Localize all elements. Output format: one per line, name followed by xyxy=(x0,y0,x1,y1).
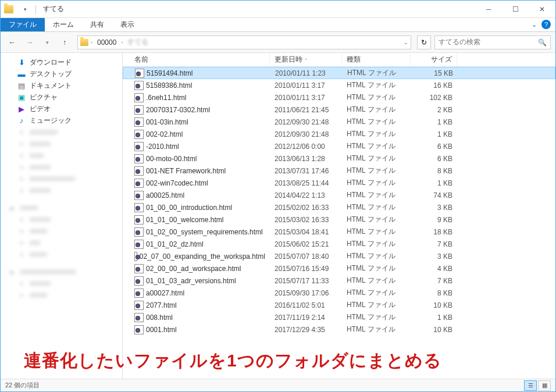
file-row[interactable]: a00027.html2015/09/30 17:06HTML ファイル8 KB xyxy=(123,287,555,299)
refresh-button[interactable]: ↻ xyxy=(417,35,431,49)
breadcrumb[interactable]: 00000 xyxy=(95,38,119,47)
breadcrumb-current[interactable]: すてる xyxy=(125,37,151,47)
tab-file[interactable]: ファイル xyxy=(1,18,45,31)
sidebar-item[interactable]: ▪xxxxxx xyxy=(1,161,122,173)
file-row[interactable]: 2077.html2016/11/02 5:01HTML ファイル10 KB xyxy=(123,299,555,311)
help-icon[interactable]: ? xyxy=(541,20,551,29)
file-row[interactable]: 001-NET Framework.html2013/07/31 17:46HT… xyxy=(123,165,555,177)
file-row[interactable]: 002-02.html2012/09/30 21:48HTML ファイル1 KB xyxy=(123,128,555,140)
sidebar-item[interactable]: ▪xxxx xyxy=(1,149,122,161)
file-date: 2012/09/30 21:48 xyxy=(270,118,342,126)
desktop-icon: ▬ xyxy=(17,69,26,79)
sidebar-item[interactable]: ▪xxxxx xyxy=(1,289,122,301)
sidebar-item-videos[interactable]: ▶ビデオ xyxy=(1,103,122,115)
file-row[interactable]: 008.html2017/11/19 2:14HTML ファイル1 KB xyxy=(123,311,555,323)
file-row[interactable]: 02_07_00_expanding_the_workspa.html2015/… xyxy=(123,250,555,262)
navigation-pane[interactable]: ⬇ダウンロード ▬デスクトップ ▤ドキュメント ▣ピクチャ ▶ビデオ ♪ミュージ… xyxy=(1,53,123,379)
html-file-icon xyxy=(134,130,144,139)
sidebar-item[interactable]: ▪xxxxxx xyxy=(1,277,122,289)
file-row[interactable]: 01_01_02_dz.html2015/06/02 15:21HTML ファイ… xyxy=(123,238,555,250)
html-file-icon xyxy=(134,166,144,176)
sidebar-item[interactable]: ▪xxxxxx xyxy=(1,213,122,225)
file-row[interactable]: 20070317-0302.html2011/06/21 21:45HTML フ… xyxy=(123,104,555,116)
sidebar-item-downloads[interactable]: ⬇ダウンロード xyxy=(1,56,122,68)
html-file-icon xyxy=(134,313,144,322)
file-name: .6neh11.html xyxy=(146,94,186,102)
chevron-right-icon[interactable]: › xyxy=(91,40,92,45)
file-row[interactable]: 51591494.html2010/01/11 1:23HTML ファイル15 … xyxy=(123,67,555,79)
sidebar-group[interactable]: ▸xxxxx xyxy=(1,202,122,213)
file-row[interactable]: 51589386.html2010/01/11 3:17HTML ファイル16 … xyxy=(123,79,555,91)
file-size: 8 KB xyxy=(411,289,457,297)
ribbon-expand-icon[interactable]: ⌄ xyxy=(532,21,537,28)
address-dropdown-icon[interactable]: ⌄ xyxy=(404,40,408,45)
close-button[interactable]: ✕ xyxy=(529,1,555,18)
column-name[interactable]: 名前 xyxy=(123,53,270,66)
search-icon[interactable]: 🔍 xyxy=(538,38,547,47)
file-type: HTML ファイル xyxy=(342,105,411,115)
file-type: HTML ファイル xyxy=(342,202,411,212)
music-icon: ♪ xyxy=(17,116,26,125)
html-file-icon xyxy=(134,215,144,224)
html-file-icon xyxy=(134,93,144,102)
address-bar[interactable]: › 00000 › すてる ⌄ xyxy=(77,35,411,49)
file-row[interactable]: 01_01_03_adr_versions.html2015/07/17 11:… xyxy=(123,275,555,287)
file-date: 2012/09/30 21:48 xyxy=(270,130,342,138)
sidebar-item[interactable]: ▪xxxxx xyxy=(1,248,122,260)
html-file-icon xyxy=(134,81,144,90)
file-name: a00025.html xyxy=(146,191,184,199)
sidebar-item[interactable]: ▪xxx xyxy=(1,237,122,248)
up-button[interactable]: ↑ xyxy=(58,35,72,49)
file-row[interactable]: 002-win7codec.html2013/08/25 11:44HTML フ… xyxy=(123,177,555,189)
minimize-button[interactable]: ─ xyxy=(475,1,502,18)
forward-button[interactable]: → xyxy=(23,35,37,49)
file-row[interactable]: 01_02_00_system_requirements.html2015/03… xyxy=(123,226,555,238)
file-row[interactable]: 01_01_00_welcome.html2015/03/02 16:33HTM… xyxy=(123,213,555,226)
view-details-button[interactable]: ☰ xyxy=(524,380,537,391)
tab-home[interactable]: ホーム xyxy=(45,18,82,31)
tab-share[interactable]: 共有 xyxy=(82,18,112,31)
sidebar-item[interactable]: ▪xxxxxx xyxy=(1,184,122,196)
qat-dropdown-icon[interactable]: ▾ xyxy=(19,3,31,15)
file-name: a00027.html xyxy=(146,289,184,297)
column-date[interactable]: 更新日時^ xyxy=(270,53,342,66)
sidebar-item[interactable]: ▪xxxxxxxx xyxy=(1,126,122,138)
file-size: 7 KB xyxy=(411,240,457,248)
file-type: HTML ファイル xyxy=(342,129,411,139)
file-row[interactable]: .6neh11.html2010/01/11 3:17HTML ファイル102 … xyxy=(123,91,555,104)
html-file-icon xyxy=(134,154,144,163)
sidebar-item-music[interactable]: ♪ミュージック xyxy=(1,115,122,126)
tab-view[interactable]: 表示 xyxy=(112,18,142,31)
sidebar-group[interactable]: ▸xxxxxxxxxxxxxxxx xyxy=(1,266,122,277)
maximize-button[interactable]: ☐ xyxy=(502,1,529,18)
search-input[interactable]: すてるの検索 🔍 xyxy=(434,35,551,49)
file-list[interactable]: 名前 更新日時^ 種類 サイズ 51591494.html2010/01/11 … xyxy=(123,53,555,379)
file-row[interactable]: 01_00_00_introduction.html2015/02/02 16:… xyxy=(123,201,555,213)
file-type: HTML ファイル xyxy=(342,166,411,176)
view-icons-button[interactable]: ▦ xyxy=(538,380,551,391)
file-row[interactable]: 0001.html2017/12/29 4:35HTML ファイル10 KB xyxy=(123,323,555,336)
sidebar-item-desktop[interactable]: ▬デスクトップ xyxy=(1,68,122,80)
file-type: HTML ファイル xyxy=(342,215,411,224)
sidebar-item-pictures[interactable]: ▣ピクチャ xyxy=(1,91,122,103)
file-row[interactable]: 02_00_00_ad_workspace.html2015/07/16 15:… xyxy=(123,262,555,275)
back-button[interactable]: ← xyxy=(5,35,19,49)
file-type: HTML ファイル xyxy=(342,117,411,127)
chevron-right-icon[interactable]: › xyxy=(121,40,123,45)
column-size[interactable]: サイズ xyxy=(411,53,457,66)
html-file-icon xyxy=(135,69,144,78)
file-row[interactable]: a00025.html2014/04/22 1:13HTML ファイル74 KB xyxy=(123,189,555,201)
sidebar-item-documents[interactable]: ▤ドキュメント xyxy=(1,80,122,91)
column-type[interactable]: 種類 xyxy=(342,53,411,66)
file-size: 2 KB xyxy=(411,106,457,114)
file-row[interactable]: 00-moto-00.html2013/06/13 1:28HTML ファイル6… xyxy=(123,152,555,165)
file-date: 2015/03/04 18:41 xyxy=(270,228,342,236)
sidebar-item[interactable]: ▪xxxxx xyxy=(1,225,122,237)
file-date: 2015/07/17 11:33 xyxy=(270,277,342,285)
file-row[interactable]: -2010.html2012/12/06 0:00HTML ファイル6 KB xyxy=(123,140,555,152)
sidebar-item[interactable]: ▪xxxxxx xyxy=(1,138,122,149)
file-row[interactable]: 001-03in.html2012/09/30 21:48HTML ファイル1 … xyxy=(123,116,555,128)
sidebar-item[interactable]: ▪xxxxxxxxxxxxx xyxy=(1,173,122,184)
recent-dropdown-icon[interactable]: ▾ xyxy=(40,35,54,49)
file-size: 4 KB xyxy=(411,265,457,273)
